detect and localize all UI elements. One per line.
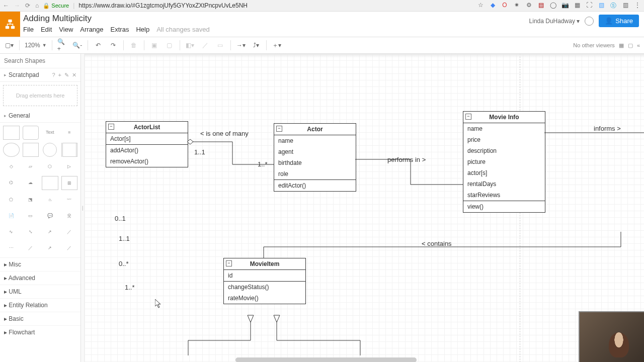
shape-internal[interactable]: ⊞ bbox=[61, 176, 78, 190]
app-logo[interactable] bbox=[0, 12, 20, 37]
shape-dashed[interactable]: ⋯ bbox=[3, 241, 20, 254]
tofront-icon[interactable]: ▣ bbox=[149, 40, 159, 50]
connection-icon[interactable]: →▾ bbox=[236, 40, 246, 50]
collapse-icon[interactable]: − bbox=[108, 124, 114, 130]
svg-rect-0 bbox=[8, 20, 12, 23]
shape-line1[interactable]: ／ bbox=[61, 225, 78, 238]
collapse-icon[interactable]: − bbox=[276, 126, 282, 132]
page-view-button[interactable]: ▢▾ bbox=[4, 40, 14, 50]
text-1-star[interactable]: 1..* bbox=[125, 284, 135, 291]
document-title[interactable]: Adding Multiplicity bbox=[23, 12, 524, 24]
collapse-icon[interactable]: − bbox=[465, 114, 471, 120]
menu-help[interactable]: Help bbox=[136, 26, 149, 33]
zoom-selector[interactable]: 120% ▼ bbox=[25, 42, 47, 49]
class-actor[interactable]: −Actor name agent birthdate role editAct… bbox=[274, 123, 356, 192]
scratchpad-section[interactable]: ▸Scratchpad ?+✎✕ bbox=[0, 68, 80, 82]
search-shapes-input[interactable] bbox=[3, 57, 80, 65]
line-icon[interactable]: ／ bbox=[200, 40, 210, 50]
sidebar-splitter[interactable]: ┃ bbox=[81, 54, 85, 362]
shape-cylinder[interactable]: ⌬ bbox=[3, 176, 20, 189]
shape-cube[interactable]: ⬠ bbox=[3, 193, 20, 206]
shape-ellipse[interactable] bbox=[3, 143, 20, 157]
shape-diamond[interactable]: ◇ bbox=[3, 160, 20, 173]
class-movieitem[interactable]: −MovieItem id changeStatus() rateMovie() bbox=[223, 258, 306, 304]
shape-actor[interactable]: 웃 bbox=[61, 209, 78, 222]
text-0-1[interactable]: 0..1 bbox=[115, 215, 126, 222]
shape-process[interactable] bbox=[61, 143, 78, 157]
menu-file[interactable]: File bbox=[23, 26, 34, 33]
zoom-out-icon[interactable]: 🔍- bbox=[72, 40, 83, 50]
globe-icon[interactable] bbox=[585, 17, 594, 26]
scratchpad-dropzone[interactable]: Drag elements here bbox=[3, 85, 77, 106]
star-icon[interactable]: ☆ bbox=[477, 2, 484, 10]
shape-biarrow[interactable]: ⤡ bbox=[23, 225, 39, 238]
canvas[interactable]: −ActorList Actor[s] addActor() removeAct… bbox=[85, 54, 644, 362]
back-icon[interactable]: ← bbox=[3, 2, 9, 9]
op: rateMovie() bbox=[224, 293, 305, 304]
shape-note[interactable]: 📄 bbox=[3, 209, 20, 222]
shape-curve[interactable]: ∿ bbox=[3, 225, 20, 238]
edit-scratch-icon[interactable]: ✎ bbox=[64, 72, 69, 78]
close-scratch-icon[interactable]: ✕ bbox=[72, 72, 76, 78]
op: changeStatus() bbox=[224, 282, 305, 293]
text-0-star[interactable]: 0..* bbox=[119, 260, 129, 267]
class-movieinfo[interactable]: −Movie Info name price description pictu… bbox=[463, 111, 545, 213]
shape-step[interactable]: ⬔ bbox=[23, 193, 39, 206]
cat-uml[interactable]: ▸ UML bbox=[0, 285, 80, 298]
shape-callout[interactable]: 💬 bbox=[42, 209, 58, 222]
shape-line2[interactable]: ／ bbox=[23, 241, 39, 254]
menu-edit[interactable]: Edit bbox=[41, 26, 52, 33]
text-1-1[interactable]: 1..1 bbox=[119, 235, 130, 242]
search-icon[interactable]: 🔍 bbox=[80, 57, 81, 64]
shape-textbox[interactable]: ≡ bbox=[61, 126, 78, 139]
forward-icon[interactable]: → bbox=[14, 2, 20, 9]
shape-triangle[interactable]: ▷ bbox=[61, 160, 78, 173]
shape-parallelogram[interactable]: ▱ bbox=[23, 160, 39, 173]
menu-view[interactable]: View bbox=[59, 26, 73, 33]
shape-card[interactable]: ▭ bbox=[23, 209, 39, 222]
cat-misc[interactable]: ▸ Misc bbox=[0, 257, 80, 271]
collapse-icon[interactable]: « bbox=[637, 42, 640, 48]
help-icon[interactable]: ? bbox=[52, 72, 55, 78]
url-bar[interactable]: https://www.draw.io/#G1zgtcmojUfy5GYYoxZ… bbox=[78, 2, 248, 9]
cat-basic[interactable]: ▸ Basic bbox=[0, 312, 80, 325]
shape-rounded[interactable] bbox=[23, 126, 39, 140]
zoom-in-icon[interactable]: 🔍+ bbox=[57, 40, 67, 50]
menu-extras[interactable]: Extras bbox=[111, 26, 129, 33]
shape-cloud[interactable]: ☁ bbox=[23, 176, 39, 189]
user-name[interactable]: Linda DuHadway ▾ bbox=[529, 18, 580, 25]
fill-icon[interactable]: ◧▾ bbox=[185, 40, 195, 50]
add-scratch-icon[interactable]: + bbox=[58, 72, 61, 78]
general-section[interactable]: ▸General bbox=[0, 109, 80, 123]
waypoint-icon[interactable]: ⤴▾ bbox=[251, 40, 261, 50]
horizontal-scrollbar[interactable] bbox=[235, 357, 417, 362]
shape-biconn[interactable]: ↗ bbox=[42, 241, 58, 254]
undo-icon[interactable]: ↶ bbox=[93, 40, 103, 50]
redo-icon[interactable]: ↷ bbox=[108, 40, 118, 50]
shape-circle[interactable] bbox=[43, 143, 57, 157]
toback-icon[interactable]: ▢ bbox=[165, 40, 175, 50]
shadow-icon[interactable]: ▭ bbox=[215, 40, 225, 50]
shape-conn[interactable]: ／ bbox=[61, 241, 78, 254]
shape-tape[interactable]: 〰 bbox=[61, 193, 78, 206]
shape-square[interactable] bbox=[23, 143, 39, 157]
home-icon[interactable]: ⌂ bbox=[35, 2, 39, 9]
reload-icon[interactable]: ⟳ bbox=[25, 2, 30, 9]
shape-text[interactable]: Text bbox=[42, 126, 58, 139]
collapse-icon[interactable]: − bbox=[226, 260, 232, 266]
format-panel-icon[interactable]: ▦ bbox=[619, 42, 624, 49]
outline-icon[interactable]: ▢ bbox=[628, 42, 633, 49]
cat-entity[interactable]: ▸ Entity Relation bbox=[0, 298, 80, 312]
shape-hexagon[interactable]: ⬡ bbox=[42, 160, 58, 173]
shape-rect[interactable] bbox=[3, 126, 20, 140]
menu-arrange[interactable]: Arrange bbox=[80, 26, 103, 33]
cat-flowchart[interactable]: ▸ Flowchart bbox=[0, 325, 80, 339]
cat-advanced[interactable]: ▸ Advanced bbox=[0, 271, 80, 285]
delete-icon[interactable]: 🗑 bbox=[129, 40, 139, 50]
shape-arrow[interactable]: ↗ bbox=[42, 225, 58, 238]
shape-document[interactable] bbox=[42, 176, 58, 190]
share-button[interactable]: 👤Share bbox=[599, 15, 639, 27]
add-icon[interactable]: ＋▾ bbox=[272, 40, 282, 50]
class-actorlist[interactable]: −ActorList Actor[s] addActor() removeAct… bbox=[106, 121, 188, 167]
shape-trapezoid[interactable]: ⏢ bbox=[42, 193, 58, 206]
